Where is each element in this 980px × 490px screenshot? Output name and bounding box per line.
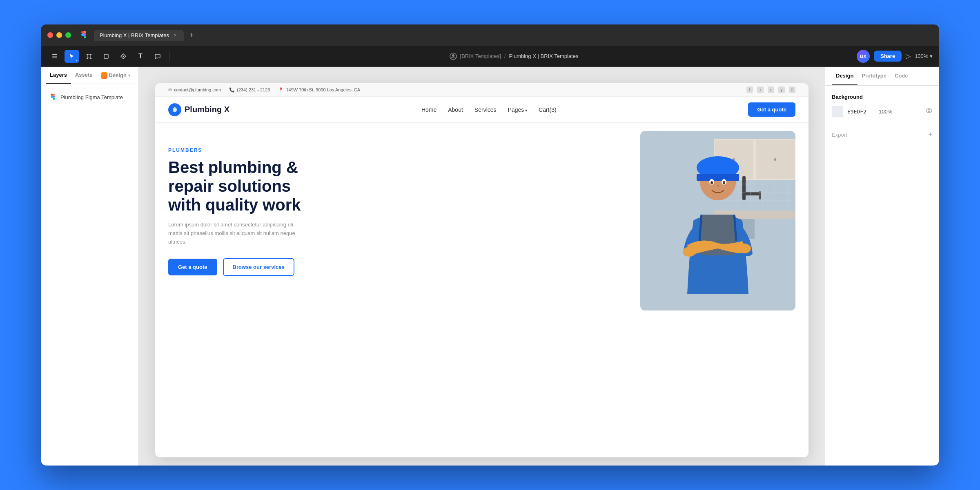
assets-tab[interactable]: Assets bbox=[71, 67, 97, 84]
frame-tool-button[interactable] bbox=[82, 50, 96, 63]
shape-tool-button[interactable] bbox=[99, 50, 114, 63]
comment-tool-button[interactable] bbox=[150, 50, 165, 63]
breadcrumb-separator: / bbox=[504, 53, 506, 59]
canvas-area[interactable]: ✉ contact@plumbing.com 📞 (234) 231 - 212… bbox=[139, 67, 825, 466]
toolbar-separator-1 bbox=[169, 51, 169, 61]
topbar-left-section: ✉ contact@plumbing.com 📞 (234) 231 - 212… bbox=[168, 87, 360, 93]
topbar-email: ✉ contact@plumbing.com bbox=[168, 87, 221, 93]
design-tab[interactable]: Design bbox=[832, 67, 858, 85]
export-label: Export bbox=[832, 132, 847, 138]
design-dropdown[interactable]: Design ▾ bbox=[97, 67, 134, 84]
user-avatar-icon bbox=[450, 53, 457, 60]
browser-tab-area: Plumbing X | BRIX Templates × + bbox=[94, 30, 933, 41]
svg-point-44 bbox=[738, 244, 751, 253]
svg-point-41 bbox=[710, 181, 713, 184]
breadcrumb-area: [BRIX Templates] / Plumbing X | BRIX Tem… bbox=[174, 53, 854, 60]
user-avatar[interactable]: BX bbox=[857, 50, 870, 63]
topbar-phone: 📞 (234) 231 - 2123 bbox=[229, 87, 270, 93]
hero-image-area bbox=[640, 131, 795, 310]
background-color-swatch[interactable] bbox=[832, 106, 843, 117]
layers-tab[interactable]: Layers bbox=[46, 67, 71, 84]
svg-point-42 bbox=[723, 181, 725, 184]
svg-rect-38 bbox=[697, 174, 739, 181]
yelp-icon[interactable]: y bbox=[778, 86, 785, 93]
background-section-title: Background bbox=[832, 94, 933, 100]
prototype-tab[interactable]: Prototype bbox=[858, 67, 891, 85]
minimize-traffic-light[interactable] bbox=[56, 32, 62, 38]
logo-text: Plumbing X bbox=[185, 105, 229, 114]
traffic-lights bbox=[47, 32, 71, 38]
design-icon bbox=[101, 72, 107, 79]
hero-browse-services-button[interactable]: Browse our services bbox=[223, 258, 294, 276]
nav-cta-button[interactable]: Get a quote bbox=[748, 102, 795, 117]
svg-point-12 bbox=[123, 55, 124, 57]
visibility-toggle-icon[interactable] bbox=[925, 107, 933, 116]
nav-services[interactable]: Services bbox=[474, 106, 497, 113]
panel-divider-1 bbox=[832, 124, 933, 124]
hero-get-quote-button[interactable]: Get a quote bbox=[168, 259, 217, 275]
svg-rect-0 bbox=[52, 54, 57, 55]
hero-subtitle: Lorem ipsum dolor sit amet consectetur a… bbox=[168, 221, 307, 246]
play-button[interactable]: ▷ bbox=[906, 52, 911, 60]
text-tool-button[interactable]: T bbox=[133, 50, 148, 63]
left-panel: Layers Assets Design ▾ bbox=[41, 67, 139, 466]
location-icon: 📍 bbox=[278, 87, 284, 93]
website-topbar: ✉ contact@plumbing.com 📞 (234) 231 - 212… bbox=[155, 83, 808, 97]
layer-item-template[interactable]: Plumbling Figma Template bbox=[46, 91, 134, 104]
svg-rect-7 bbox=[87, 54, 91, 55]
breadcrumb-org: [BRIX Templates] bbox=[460, 53, 501, 59]
nav-links: Home About Services Pages Cart(3) bbox=[421, 106, 557, 113]
share-button[interactable]: Share bbox=[874, 51, 902, 62]
background-color-opacity: 100% bbox=[879, 109, 892, 115]
nav-cart[interactable]: Cart(3) bbox=[539, 106, 557, 113]
browser-tab[interactable]: Plumbing X | BRIX Templates × bbox=[94, 30, 184, 41]
background-color-hex: E9EDF2 bbox=[847, 109, 866, 115]
phone-icon: 📞 bbox=[229, 87, 235, 93]
svg-rect-9 bbox=[87, 54, 88, 58]
email-icon: ✉ bbox=[168, 87, 172, 93]
website-nav: Plumbing X Home About Services Pages Car… bbox=[155, 97, 808, 123]
nav-about[interactable]: About bbox=[448, 106, 463, 113]
figma-icon bbox=[79, 30, 89, 40]
website-preview: ✉ contact@plumbing.com 📞 (234) 231 - 212… bbox=[155, 83, 808, 457]
main-layout: Layers Assets Design ▾ bbox=[41, 67, 939, 466]
nav-pages[interactable]: Pages bbox=[508, 106, 527, 113]
breadcrumb-project: Plumbing X | BRIX Templates bbox=[509, 53, 578, 59]
tab-close-button[interactable]: × bbox=[172, 32, 178, 38]
pen-tool-button[interactable] bbox=[116, 50, 131, 63]
maximize-traffic-light[interactable] bbox=[65, 32, 71, 38]
hero-label: PLUMBERS bbox=[168, 147, 307, 153]
svg-point-14 bbox=[452, 54, 454, 57]
right-panel-tabs: Design Prototype Code bbox=[825, 67, 939, 86]
svg-point-46 bbox=[928, 110, 930, 112]
twitter-icon[interactable]: t bbox=[757, 86, 764, 93]
facebook-icon[interactable]: f bbox=[746, 86, 753, 93]
layers-panel-content: Plumbling Figma Template bbox=[41, 84, 138, 110]
close-traffic-light[interactable] bbox=[47, 32, 53, 38]
menu-button[interactable] bbox=[47, 50, 62, 63]
new-tab-button[interactable]: + bbox=[187, 31, 196, 40]
browser-window: Plumbing X | BRIX Templates × + bbox=[41, 24, 939, 466]
svg-rect-11 bbox=[104, 54, 108, 58]
topbar-email-text: contact@plumbing.com bbox=[174, 87, 221, 92]
zoom-control[interactable]: 100% ▾ bbox=[915, 53, 933, 59]
cursor-tool-button[interactable] bbox=[65, 50, 79, 63]
toolbar-right-section: BX Share ▷ 100% ▾ bbox=[857, 50, 933, 63]
topbar-social-icons: f t in y G bbox=[746, 86, 795, 93]
topbar-address: 📍 149W 70th St, 9000 Los Angeles, CA bbox=[278, 87, 360, 93]
background-color-row: E9EDF2 100% bbox=[832, 106, 933, 117]
layer-item-name: Plumbling Figma Template bbox=[60, 94, 123, 100]
right-panel: Design Prototype Code Background E9EDF2 … bbox=[825, 67, 939, 466]
nav-home[interactable]: Home bbox=[421, 106, 437, 113]
svg-point-43 bbox=[683, 247, 696, 257]
hero-text-section: PLUMBERS Best plumbing & repair solution… bbox=[168, 143, 307, 276]
google-icon[interactable]: G bbox=[789, 86, 795, 93]
left-panel-tabs: Layers Assets Design ▾ bbox=[41, 67, 138, 84]
export-add-button[interactable]: + bbox=[928, 131, 933, 139]
logo-icon bbox=[168, 103, 181, 116]
figma-toolbar: T [BRIX Templates] / Plumbing X | BRIX T… bbox=[41, 46, 939, 67]
instagram-icon[interactable]: in bbox=[768, 86, 774, 93]
browser-title-bar: Plumbing X | BRIX Templates × + bbox=[41, 24, 939, 46]
code-tab[interactable]: Code bbox=[891, 67, 912, 85]
svg-rect-1 bbox=[52, 56, 57, 57]
